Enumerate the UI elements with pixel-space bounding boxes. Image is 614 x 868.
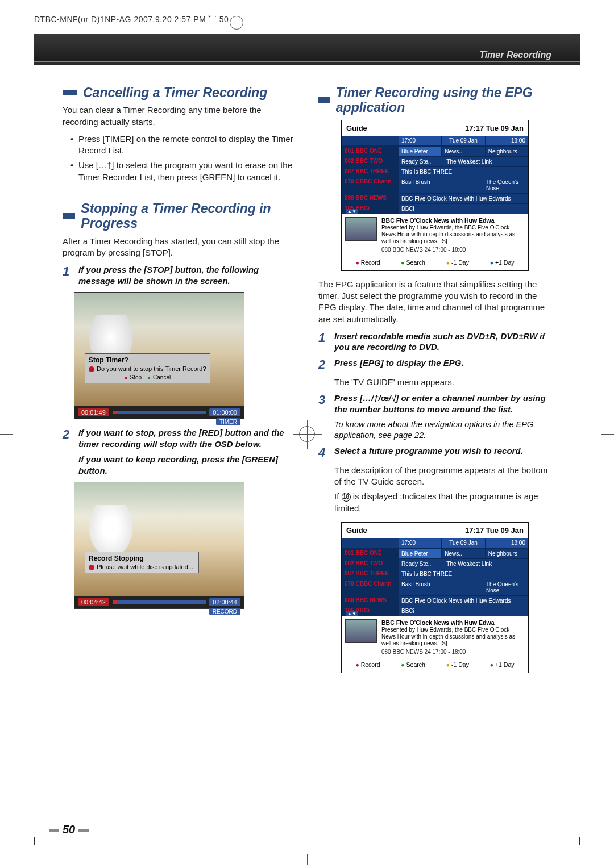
channel-cell[interactable]: 001 BBC ONE — [342, 146, 399, 156]
desc-title: BBC Five O'Clock News with Huw Edwa — [381, 619, 495, 626]
programme-cell[interactable]: Ready Ste.. — [399, 156, 443, 166]
channel-cell[interactable]: 070 CBBC Chann — [342, 579, 399, 595]
dialog-message: Please wait while disc is updated.... — [97, 564, 195, 570]
channel-cell[interactable]: 080 BBC NEWS — [342, 193, 399, 203]
time-header: 18:00 — [485, 136, 528, 146]
channel-cell[interactable]: 001 BBC ONE — [342, 548, 399, 558]
record-button[interactable]: Record — [355, 259, 380, 266]
step-text: Select a future programme you wish to re… — [334, 445, 523, 460]
guide-description: BBC Five O'Clock News with Huw Edwa Pres… — [342, 616, 528, 659]
guide-title: Guide — [346, 526, 367, 535]
guide-description: BBC Five O'Clock News with Huw Edwa Pres… — [342, 214, 528, 257]
step-note: The description of the programme appears… — [334, 465, 551, 488]
step-number: 2 — [318, 357, 329, 372]
scroll-arrows-icon[interactable]: ▲▼ — [346, 611, 358, 616]
dialog-title: Stop Timer? — [89, 356, 206, 364]
step-number: 2 — [63, 427, 73, 449]
step-note: The 'TV GUIDE' menu appears. — [334, 377, 551, 388]
desc-body: Presented by Huw Edwards, the BBC Five O… — [381, 224, 515, 244]
programme-cell[interactable]: News.. — [441, 548, 484, 558]
programme-cell[interactable]: Ready Ste.. — [399, 558, 443, 569]
programme-cell[interactable]: This Is BBC THREE — [399, 166, 528, 177]
channel-cell[interactable]: 002 BBC TWO — [342, 156, 399, 166]
programme-cell[interactable]: Basil Brush — [399, 579, 483, 595]
programme-cell[interactable]: This Is BBC THREE — [399, 569, 528, 579]
programme-cell[interactable]: Blue Peter — [399, 146, 441, 156]
cancel-button[interactable]: Cancel — [147, 374, 171, 381]
progress-bar: 00:04:42 02:00:44 — [74, 596, 244, 608]
step-note: To know more about the navigation option… — [334, 419, 551, 441]
programme-cell[interactable]: Neighbours — [485, 146, 528, 156]
time-header: 17:00 — [399, 136, 441, 146]
mode-badge: RECORD — [209, 608, 240, 615]
minus-day-button[interactable]: -1 Day — [446, 661, 469, 668]
channel-cell[interactable]: 007 BBC THREE — [342, 166, 399, 177]
step-number: 1 — [318, 331, 329, 353]
print-header: DTBC-MNF(or D)1NP-AG 2007.9.20 2:57 PM ˘… — [34, 15, 229, 24]
body-text: The EPG application is a feature that si… — [318, 279, 551, 325]
dialog-title: Record Stopping — [89, 554, 195, 562]
total-time: 02:00:44 — [209, 598, 240, 606]
time-header: 18:00 — [485, 538, 528, 548]
plus-day-button[interactable]: +1 Day — [490, 661, 515, 668]
programme-cell[interactable]: The Queen's Nose — [483, 579, 528, 595]
plus-day-button[interactable]: +1 Day — [490, 259, 515, 266]
programme-cell[interactable]: The Weakest Link — [443, 156, 528, 166]
scroll-arrows-icon[interactable]: ▲▼ — [346, 209, 358, 214]
screenshot-record-stopping: Record Stopping Please wait while disc i… — [74, 482, 244, 609]
thumbnail — [345, 619, 377, 643]
elapsed-time: 00:01:49 — [78, 408, 109, 416]
stop-button[interactable]: Stop — [124, 374, 142, 381]
step-text: Press [EPG] to display the EPG. — [334, 357, 464, 372]
page-number: 50 — [45, 823, 92, 836]
programme-cell[interactable]: BBCi — [399, 203, 528, 214]
rec-icon — [89, 366, 94, 372]
section-label: Timer Recording — [479, 50, 551, 60]
dialog: Record Stopping Please wait while disc i… — [85, 552, 199, 573]
time-header: 17:00 — [399, 538, 441, 548]
crop-mark — [34, 837, 42, 845]
programme-cell[interactable]: Basil Brush — [399, 177, 483, 193]
heading-bar-icon — [63, 213, 75, 219]
channel-cell[interactable]: 080 BBC NEWS — [342, 595, 399, 606]
elapsed-time: 00:04:42 — [78, 598, 109, 606]
guide-clock: 17:17 Tue 09 Jan — [465, 526, 524, 535]
step-text: Press […/†/œ/√] or enter a channel numbe… — [334, 393, 551, 415]
time-header: Tue 09 Jan — [441, 136, 484, 146]
desc-title: BBC Five O'Clock News with Huw Edwa — [381, 217, 495, 224]
screenshot-image: Stop Timer? Do you want to stop this Tim… — [74, 293, 244, 406]
desc-channel: 080 BBC NEWS 24 17:00 - 18:00 — [381, 247, 525, 253]
record-button[interactable]: Record — [355, 661, 380, 668]
programme-cell[interactable]: The Queen's Nose — [483, 177, 528, 193]
registration-mark-center — [299, 426, 315, 442]
programme-cell[interactable]: BBCi — [399, 606, 528, 616]
guide-grid: 17:00 Tue 09 Jan 18:00 001 BBC ONEBlue P… — [342, 136, 528, 214]
programme-cell[interactable]: Neighbours — [485, 548, 528, 558]
right-column: Timer Recording using the EPG applicatio… — [318, 85, 551, 681]
crop-tick — [601, 434, 614, 435]
body-text: You can clear a Timer Recording any time… — [63, 105, 296, 128]
step-text: If you want to keep recording, press the… — [78, 454, 296, 476]
channel-cell[interactable]: 002 BBC TWO — [342, 558, 399, 569]
minus-day-button[interactable]: -1 Day — [446, 259, 469, 266]
channel-cell[interactable]: 007 BBC THREE — [342, 569, 399, 579]
step: 2 Press [EPG] to display the EPG. — [318, 357, 551, 372]
body-text: After a Timer Recording has started, you… — [63, 236, 296, 259]
programme-cell[interactable]: BBC Five O'Clock News with Huw Edwards — [399, 193, 528, 203]
crop-mark — [572, 837, 580, 845]
search-button[interactable]: Search — [401, 259, 425, 266]
heading: Stopping a Timer Recording in Progress — [63, 201, 296, 231]
programme-cell[interactable]: News.. — [441, 146, 484, 156]
programme-cell[interactable]: The Weakest Link — [443, 558, 528, 569]
programme-cell[interactable]: Blue Peter — [399, 548, 441, 558]
crop-tick — [307, 854, 308, 865]
channel-cell[interactable]: 070 CBBC Chann — [342, 177, 399, 193]
programme-cell[interactable]: BBC Five O'Clock News with Huw Edwards — [399, 595, 528, 606]
guide-buttons: Record Search -1 Day +1 Day — [342, 659, 528, 673]
search-button[interactable]: Search — [401, 661, 425, 668]
desc-body: Presented by Huw Edwards, the BBC Five O… — [381, 627, 515, 646]
step: 4 Select a future programme you wish to … — [318, 445, 551, 460]
step-note: If 18 is displayed :Indicates that the p… — [334, 491, 551, 514]
screenshot-epg-guide: Guide 17:17 Tue 09 Jan 17:00 Tue 09 Jan … — [341, 522, 529, 673]
heading-bar-icon — [318, 97, 330, 103]
